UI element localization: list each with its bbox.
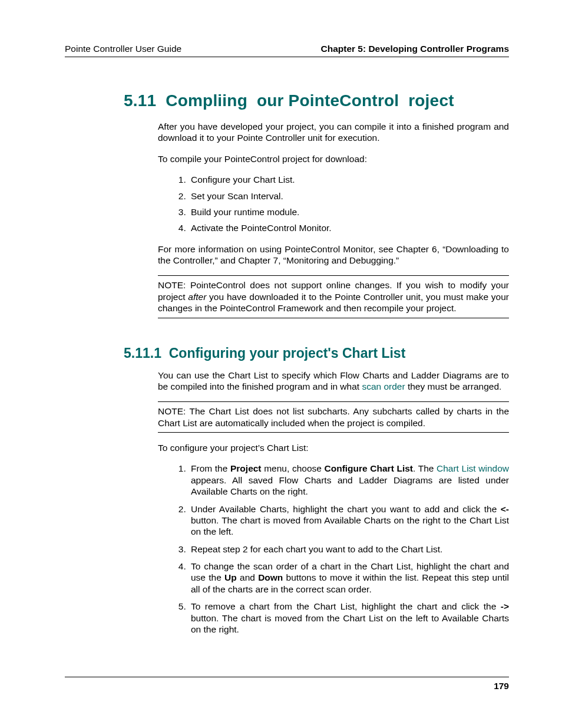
section-number: 5.11: [124, 91, 156, 110]
running-header: Pointe Controller User Guide Chapter 5: …: [65, 44, 509, 57]
text: they must be arranged.: [405, 381, 502, 391]
list-item: Under Available Charts, highlight the ch…: [189, 503, 509, 538]
header-right: Chapter 5: Developing Controller Program…: [320, 44, 509, 54]
subsection-heading-5-11-1: 5.11.1 Configuring your project's Chart …: [124, 345, 509, 361]
text: To remove a chart from the Chart List, h…: [191, 601, 501, 611]
project-menu-label: Project: [230, 463, 262, 473]
text: menu, choose: [262, 463, 325, 473]
list-item: From the Project menu, choose Configure …: [189, 463, 509, 497]
para: To configure your project’s Chart List:: [158, 442, 509, 453]
down-button-label: Down: [258, 572, 283, 582]
note-after-word: after: [188, 292, 206, 302]
footer-rule: [65, 677, 509, 677]
left-arrow-button-label: <-: [501, 504, 509, 514]
para: To compile your PointeControl project fo…: [158, 153, 509, 164]
text: button. The chart is moved from Availabl…: [191, 515, 509, 536]
note-text: NOTE: The Chart List does not list subch…: [158, 406, 509, 429]
body-content: 5.11 Compliing our PointeControl roject …: [65, 57, 509, 635]
header-left: Pointe Controller User Guide: [65, 44, 181, 54]
para: For more information on using PointeCont…: [158, 243, 509, 266]
para: After you have developed your project, y…: [158, 121, 509, 144]
scan-order-link[interactable]: scan order: [362, 381, 405, 391]
right-arrow-button-label: ->: [501, 601, 509, 611]
chart-list-window-link[interactable]: Chart List window: [437, 463, 509, 473]
text: appears. All saved Flow Charts and Ladde…: [191, 475, 509, 496]
section-title: Compliing our PointeControl roject: [166, 91, 454, 110]
note-box: NOTE: PointeControl does not support onl…: [158, 275, 509, 318]
text: From the: [191, 463, 230, 473]
note-box: NOTE: The Chart List does not list subch…: [158, 401, 509, 433]
subsection-number: 5.11.1: [124, 345, 161, 361]
para: You can use the Chart List to specify wh…: [158, 370, 509, 393]
page: Pointe Controller User Guide Chapter 5: …: [0, 0, 562, 728]
configure-chart-list-label: Configure Chart List: [325, 463, 413, 473]
note-text: NOTE: PointeControl does not support onl…: [158, 279, 509, 314]
text: button. The chart is moved from the Char…: [191, 613, 509, 634]
subsection-title: Configuring your project's Chart List: [169, 345, 406, 361]
list-item: Set your Scan Interval.: [189, 190, 509, 202]
up-button-label: Up: [224, 572, 237, 582]
text: and: [237, 572, 258, 582]
list-item: To remove a chart from the Chart List, h…: [189, 601, 509, 635]
text: . The: [413, 463, 437, 473]
text: Under Available Charts, highlight the ch…: [191, 504, 501, 514]
list-item: Activate the PointeControl Monitor.: [189, 222, 509, 233]
section-heading-5-11: 5.11 Compliing our PointeControl roject: [124, 91, 509, 110]
list-item: To change the scan order of a chart in t…: [189, 561, 509, 595]
page-number: 179: [494, 681, 509, 691]
list-item: Build your runtime module.: [189, 206, 509, 218]
chartlist-steps: From the Project menu, choose Configure …: [158, 463, 509, 635]
compile-steps-list: Configure your Chart List. Set your Scan…: [158, 174, 509, 234]
note-post: you have downloaded it to the Pointe Con…: [158, 292, 509, 313]
list-item: Repeat step 2 for each chart you want to…: [189, 543, 509, 555]
list-item: Configure your Chart List.: [189, 174, 509, 185]
